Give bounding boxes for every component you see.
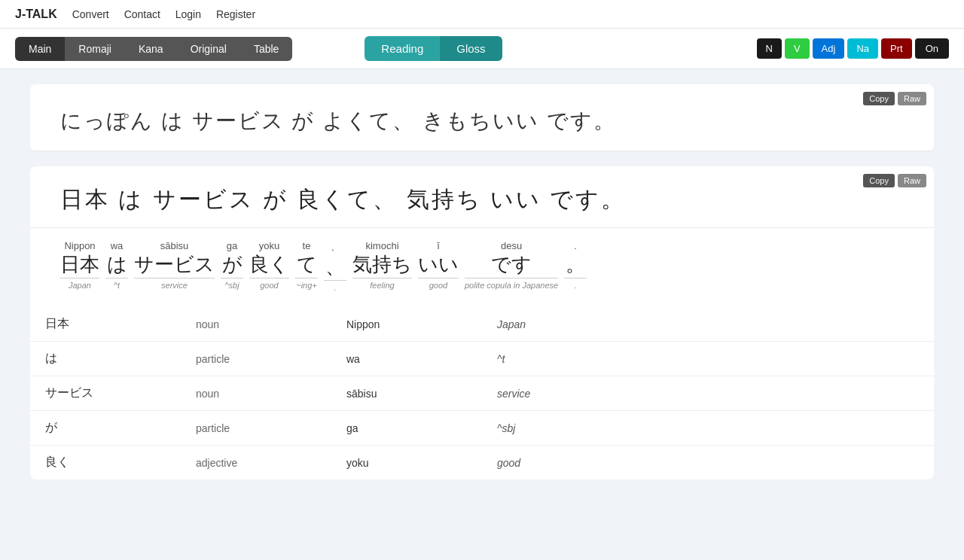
tab-gloss[interactable]: Gloss (440, 36, 502, 61)
nav-convert[interactable]: Convert (72, 8, 109, 20)
tab-main[interactable]: Main (15, 37, 65, 61)
table-cell-romaji: wa (331, 342, 482, 376)
copy-raw-btns-2: Copy Raw (863, 174, 926, 187)
table-cell-gloss: ^sbj (482, 411, 934, 446)
word-col: sābisuサービスservice (134, 240, 215, 290)
word-gloss: ~ing+ (295, 278, 318, 290)
table-row: はparticlewa^t (30, 342, 934, 376)
table-cell-gloss: service (482, 376, 934, 411)
table-cell-pos: particle (181, 342, 331, 376)
word-col: .。. (564, 240, 587, 290)
word-kanji: は (107, 251, 127, 278)
word-kanji: 。 (566, 251, 585, 278)
word-kanji: 、 (325, 254, 345, 280)
kanji-text: 日本 は サービス が 良くて、 気持ち いい です。 (30, 166, 934, 228)
word-col: yoku良くgood (249, 240, 289, 290)
table-cell-gloss: good (482, 446, 934, 480)
word-kanji: 良く (249, 251, 289, 278)
brand-logo: J-TALK (15, 8, 57, 21)
copy-button-2[interactable]: Copy (863, 174, 895, 187)
table-cell-gloss: Japan (482, 307, 934, 342)
table-cell-word: サービス (30, 376, 181, 411)
table-cell-romaji: yoku (331, 446, 482, 480)
word-romaji: sābisu (160, 240, 189, 251)
pos-na[interactable]: Na (847, 38, 878, 59)
table-cell-romaji: Nippon (331, 307, 482, 342)
word-romaji: desu (501, 240, 522, 251)
raw-button-1[interactable]: Raw (898, 92, 926, 105)
word-romaji: 、 (331, 240, 340, 254)
word-kanji: いい (418, 251, 459, 278)
word-romaji: ī (437, 240, 440, 251)
word-kanji: 気持ち (352, 251, 412, 278)
reading-tabs: Reading Gloss (365, 36, 502, 61)
copy-raw-btns-1: Copy Raw (863, 92, 926, 105)
table-cell-pos: adjective (181, 446, 331, 480)
table-cell-pos: particle (181, 411, 331, 446)
nav-contact[interactable]: Contact (124, 8, 160, 20)
nav-register[interactable]: Register (216, 8, 255, 20)
word-gloss: feeling (352, 278, 412, 290)
word-gloss: ^sbj (221, 278, 243, 290)
word-gloss: . (324, 280, 346, 292)
table-cell-word: が (30, 411, 181, 446)
word-col: teて~ing+ (295, 240, 318, 290)
tab-kana[interactable]: Kana (125, 37, 177, 61)
word-gloss: good (249, 278, 289, 290)
table-cell-word: は (30, 342, 181, 376)
word-kanji: 日本 (60, 251, 99, 278)
raw-button-2[interactable]: Raw (898, 174, 926, 187)
word-romaji: te (303, 240, 311, 251)
on-toggle[interactable]: On (915, 38, 949, 59)
word-kanji: が (222, 251, 243, 278)
table-cell-pos: noun (181, 376, 331, 411)
tab-table[interactable]: Table (240, 37, 292, 61)
table-cell-romaji: ga (331, 411, 482, 446)
pos-verb[interactable]: V (785, 38, 810, 59)
word-romaji: . (574, 240, 577, 251)
word-col: īいいgood (418, 240, 459, 290)
word-gloss: Japan (60, 278, 99, 290)
word-romaji: ga (227, 240, 237, 251)
view-tabs: Main Romaji Kana Original Table (15, 37, 292, 61)
table-row: 良くadjectiveyokugood (30, 446, 934, 480)
nav-links: Convert Contact Login Register (72, 8, 267, 20)
pos-badges: N V Adj Na Prt On (757, 38, 949, 59)
table-cell-pos: noun (181, 307, 331, 342)
tab-reading[interactable]: Reading (365, 36, 440, 61)
tab-original[interactable]: Original (177, 37, 240, 61)
pos-adj[interactable]: Adj (813, 38, 845, 59)
word-col: waは^t (105, 240, 128, 290)
nav-login[interactable]: Login (175, 8, 201, 20)
table-row: 日本nounNipponJapan (30, 307, 934, 342)
kana-section: Copy Raw にっぽん は サービス が よくて、 きもちいい です。 (30, 84, 934, 151)
toolbar: Main Romaji Kana Original Table Reading … (0, 29, 964, 69)
word-kanji: サービス (134, 251, 215, 278)
pos-prt[interactable]: Prt (881, 38, 912, 59)
copy-button-1[interactable]: Copy (863, 92, 895, 105)
word-grid-container: Nippon日本Japanwaは^tsābisuサービスservicegaが^s… (30, 228, 934, 307)
tab-romaji[interactable]: Romaji (65, 37, 125, 61)
table-cell-gloss: ^t (482, 342, 934, 376)
word-gloss: polite copula in Japanese (465, 278, 558, 290)
word-gloss: good (418, 278, 459, 290)
word-romaji: Nippon (64, 240, 95, 251)
table-cell-word: 良く (30, 446, 181, 480)
table-row: がparticlega^sbj (30, 411, 934, 446)
word-gloss: . (564, 278, 587, 290)
pos-noun[interactable]: N (757, 38, 782, 59)
gloss-table: 日本nounNipponJapanはparticlewa^tサービスnounsā… (30, 307, 934, 479)
table-cell-word: 日本 (30, 307, 181, 342)
table-cell-romaji: sābisu (331, 376, 482, 411)
word-kanji: です (491, 251, 532, 278)
word-col: Nippon日本Japan (60, 240, 99, 290)
kana-text: にっぽん は サービス が よくて、 きもちいい です。 (30, 84, 934, 151)
word-col: 、、. (324, 240, 346, 292)
word-romaji: kimochi (365, 240, 398, 251)
word-col: kimochi気持ちfeeling (352, 240, 412, 290)
kanji-section: Copy Raw 日本 は サービス が 良くて、 気持ち いい です。 Nip… (30, 166, 934, 479)
word-col: gaが^sbj (221, 240, 243, 290)
word-gloss: service (134, 278, 215, 290)
word-grid: Nippon日本Japanwaは^tsābisuサービスservicegaが^s… (60, 240, 904, 292)
table-row: サービスnounsābisuservice (30, 376, 934, 411)
